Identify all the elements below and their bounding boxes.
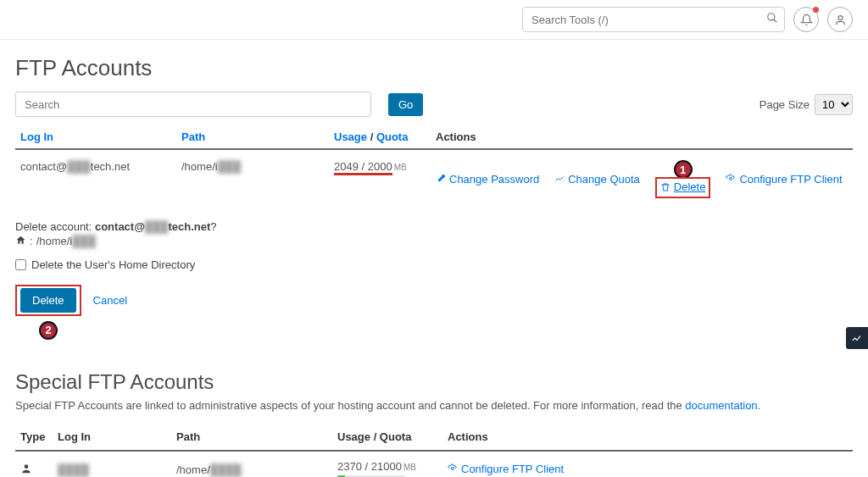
page-size-select[interactable]: 10 bbox=[815, 94, 853, 115]
configure-ftp-link-special-1[interactable]: Configure FTP Client bbox=[448, 463, 564, 475]
ftp-account-row: contact@███tech.net /home/i███ 2049 / 20… bbox=[15, 149, 853, 208]
notifications-button[interactable] bbox=[793, 7, 819, 32]
documentation-link[interactable]: documentation bbox=[685, 399, 757, 412]
go-button[interactable]: Go bbox=[388, 93, 423, 116]
account-usage: 2049 / 2000MB bbox=[329, 149, 431, 208]
change-password-link[interactable]: Change Password bbox=[436, 160, 539, 198]
annotation-2: 2 bbox=[39, 321, 58, 340]
special-col-type: Type bbox=[15, 424, 53, 451]
user-icon bbox=[15, 451, 53, 478]
notification-dot bbox=[813, 7, 819, 13]
special-col-actions: Actions bbox=[442, 424, 853, 451]
special-col-usage: Usage / Quota bbox=[332, 424, 442, 451]
delete-home-dir-checkbox-label[interactable]: Delete the User's Home Directory bbox=[15, 258, 853, 271]
special-col-path: Path bbox=[171, 424, 332, 451]
confirm-delete-button[interactable]: Delete bbox=[20, 288, 76, 313]
col-quota-sort[interactable]: Quota bbox=[376, 130, 409, 143]
home-icon bbox=[15, 235, 26, 248]
special-login: ████ bbox=[53, 451, 171, 478]
annotation-box-2: Delete bbox=[15, 285, 81, 316]
special-usage: 2370 / 21000MB bbox=[332, 451, 442, 478]
user-menu-button[interactable] bbox=[827, 7, 853, 32]
cancel-link[interactable]: Cancel bbox=[93, 294, 127, 307]
svg-point-4 bbox=[25, 464, 29, 469]
stats-side-tab[interactable] bbox=[846, 327, 868, 349]
search-tools-wrapper bbox=[522, 7, 785, 32]
special-row: ████ /home/████ 2370 / 21000MB Configure… bbox=[15, 451, 853, 478]
page-title: FTP Accounts bbox=[15, 55, 853, 81]
special-accounts-desc: Special FTP Accounts are linked to admin… bbox=[15, 399, 853, 412]
special-path: /home/████ bbox=[171, 451, 332, 478]
svg-point-5 bbox=[452, 468, 454, 470]
special-col-login: Log In bbox=[53, 424, 171, 451]
change-quota-link[interactable]: Change Quota bbox=[554, 160, 640, 198]
svg-point-3 bbox=[730, 178, 732, 180]
col-login-sort[interactable]: Log In bbox=[20, 130, 53, 143]
account-path: /home/i███ bbox=[176, 149, 329, 208]
page-size-label: Page Size bbox=[760, 98, 810, 111]
svg-point-2 bbox=[838, 15, 843, 19]
delete-home-dir-checkbox[interactable] bbox=[15, 259, 26, 270]
svg-point-0 bbox=[768, 14, 775, 20]
configure-ftp-link[interactable]: Configure FTP Client bbox=[726, 160, 842, 198]
account-login: contact@███tech.net bbox=[15, 149, 176, 208]
special-accounts-title: Special FTP Accounts bbox=[15, 370, 853, 394]
delete-confirm-panel: Delete account: contact@███tech.net? : /… bbox=[15, 220, 853, 340]
svg-line-1 bbox=[774, 19, 777, 23]
search-icon bbox=[766, 12, 778, 27]
delete-account-link[interactable]: Delete bbox=[660, 180, 706, 193]
col-actions: Actions bbox=[431, 124, 853, 149]
search-tools-input[interactable] bbox=[522, 7, 785, 32]
col-usage-sort[interactable]: Usage bbox=[334, 130, 367, 143]
home-path: /home/i███ bbox=[36, 235, 96, 247]
filter-search-input[interactable] bbox=[15, 92, 371, 117]
annotation-1: 1 bbox=[674, 160, 693, 179]
annotation-box-1: Delete bbox=[655, 177, 711, 198]
col-path-sort[interactable]: Path bbox=[181, 130, 205, 143]
